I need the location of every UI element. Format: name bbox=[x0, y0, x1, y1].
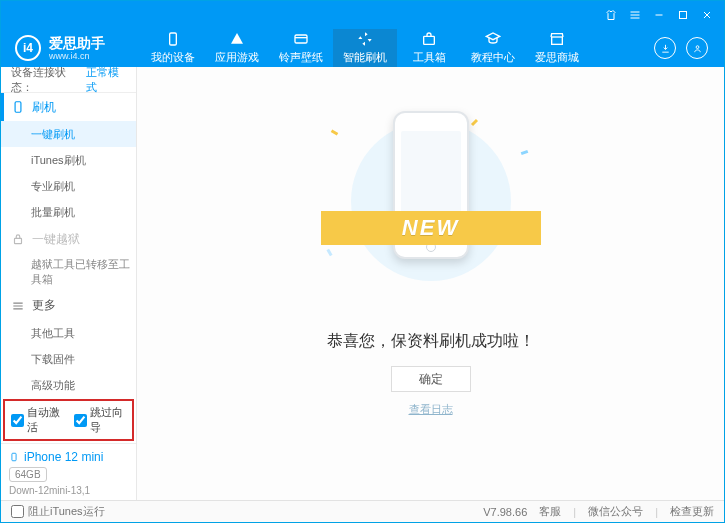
header-right bbox=[654, 37, 724, 59]
success-message: 恭喜您，保资料刷机成功啦！ bbox=[327, 331, 535, 352]
titlebar bbox=[1, 1, 724, 29]
top-nav: 我的设备 应用游戏 铃声壁纸 智能刷机 工具箱 教程中心 爱思商城 bbox=[141, 29, 654, 67]
svg-point-5 bbox=[696, 45, 699, 48]
sidebar-item-download-firmware[interactable]: 下载固件 bbox=[1, 346, 136, 372]
header: i4 爱思助手 www.i4.cn 我的设备 应用游戏 铃声壁纸 智能刷机 工具… bbox=[1, 29, 724, 67]
sidebar-flash-header[interactable]: 刷机 bbox=[1, 93, 136, 121]
success-illustration: NEW bbox=[321, 111, 541, 311]
list-icon bbox=[11, 299, 25, 313]
app-url: www.i4.cn bbox=[49, 52, 105, 61]
sidebar-item-onekey-flash[interactable]: 一键刷机 bbox=[1, 121, 136, 147]
nav-tutorials[interactable]: 教程中心 bbox=[461, 29, 525, 67]
device-baseline: Down-12mini-13,1 bbox=[9, 485, 128, 496]
download-button[interactable] bbox=[654, 37, 676, 59]
highlighted-options: 自动激活 跳过向导 bbox=[3, 399, 134, 441]
device-capacity: 64GB bbox=[9, 467, 47, 482]
sidebar-item-batch-flash[interactable]: 批量刷机 bbox=[1, 199, 136, 225]
sidebar: 设备连接状态： 正常模式 刷机 一键刷机 iTunes刷机 专业刷机 批量刷机 … bbox=[1, 67, 137, 500]
sidebar-item-other-tools[interactable]: 其他工具 bbox=[1, 320, 136, 346]
connection-mode: 正常模式 bbox=[86, 65, 126, 95]
close-icon[interactable] bbox=[696, 4, 718, 26]
nav-toolbox[interactable]: 工具箱 bbox=[397, 29, 461, 67]
svg-rect-2 bbox=[295, 35, 307, 43]
svg-rect-4 bbox=[552, 37, 563, 44]
footer-wechat[interactable]: 微信公众号 bbox=[588, 504, 643, 519]
version-label: V7.98.66 bbox=[483, 506, 527, 518]
nav-ringtones[interactable]: 铃声壁纸 bbox=[269, 29, 333, 67]
maximize-icon[interactable] bbox=[672, 4, 694, 26]
svg-rect-8 bbox=[12, 453, 16, 461]
svg-rect-1 bbox=[170, 33, 177, 45]
footer-service[interactable]: 客服 bbox=[539, 504, 561, 519]
checkbox-auto-activate[interactable]: 自动激活 bbox=[11, 405, 64, 435]
device-panel[interactable]: iPhone 12 mini 64GB Down-12mini-13,1 bbox=[1, 443, 136, 500]
connection-status: 设备连接状态： 正常模式 bbox=[1, 67, 136, 93]
nav-my-device[interactable]: 我的设备 bbox=[141, 29, 205, 67]
logo-badge: i4 bbox=[15, 35, 41, 61]
device-name: iPhone 12 mini bbox=[9, 450, 128, 464]
sidebar-more-header[interactable]: 更多 bbox=[1, 292, 136, 320]
jailbreak-note: 越狱工具已转移至工具箱 bbox=[1, 253, 136, 292]
skin-icon[interactable] bbox=[600, 4, 622, 26]
footer-check-update[interactable]: 检查更新 bbox=[670, 504, 714, 519]
main-content: NEW 恭喜您，保资料刷机成功啦！ 确定 查看日志 bbox=[137, 67, 724, 500]
checkbox-block-itunes[interactable]: 阻止iTunes运行 bbox=[11, 504, 105, 519]
svg-rect-3 bbox=[424, 36, 435, 44]
menu-icon[interactable] bbox=[624, 4, 646, 26]
view-log-link[interactable]: 查看日志 bbox=[409, 402, 453, 417]
app-name: 爱思助手 bbox=[49, 36, 105, 50]
sidebar-jailbreak-header[interactable]: 一键越狱 bbox=[1, 225, 136, 253]
svg-rect-6 bbox=[15, 102, 21, 113]
nav-smart-flash[interactable]: 智能刷机 bbox=[333, 29, 397, 67]
checkbox-skip-setup[interactable]: 跳过向导 bbox=[74, 405, 127, 435]
device-icon bbox=[9, 450, 19, 464]
minimize-icon[interactable] bbox=[648, 4, 670, 26]
nav-store[interactable]: 爱思商城 bbox=[525, 29, 589, 67]
nav-apps-games[interactable]: 应用游戏 bbox=[205, 29, 269, 67]
sidebar-item-itunes-flash[interactable]: iTunes刷机 bbox=[1, 147, 136, 173]
svg-rect-7 bbox=[15, 238, 22, 243]
sidebar-item-advanced[interactable]: 高级功能 bbox=[1, 372, 136, 397]
footer: 阻止iTunes运行 V7.98.66 客服 | 微信公众号 | 检查更新 bbox=[1, 500, 724, 522]
phone-icon bbox=[11, 100, 25, 114]
lock-icon bbox=[11, 232, 25, 246]
svg-rect-0 bbox=[680, 12, 687, 19]
sidebar-item-pro-flash[interactable]: 专业刷机 bbox=[1, 173, 136, 199]
ribbon-text: NEW bbox=[321, 211, 541, 245]
account-button[interactable] bbox=[686, 37, 708, 59]
logo: i4 爱思助手 www.i4.cn bbox=[1, 35, 141, 61]
confirm-button[interactable]: 确定 bbox=[391, 366, 471, 392]
